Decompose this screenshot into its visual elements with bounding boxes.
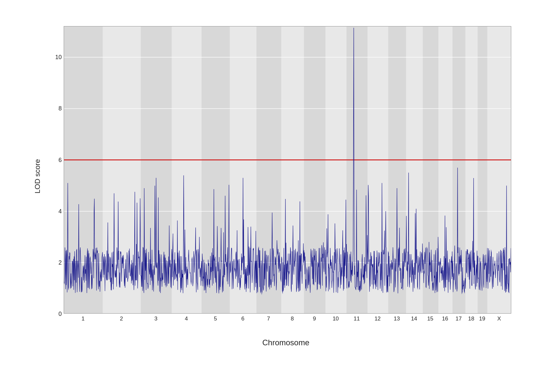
chrom-label-10: 10 — [333, 316, 339, 322]
chrom-label-12: 12 — [374, 316, 381, 322]
chart-container: LOD score 0246810 1234567891011121314151… — [16, 16, 523, 376]
chrom-label-8: 8 — [291, 316, 294, 322]
chrom-label-19: 19 — [479, 316, 485, 322]
y-axis-labels: 0246810 — [47, 26, 63, 314]
x-axis-label: Chromosome — [262, 338, 309, 347]
chrom-label-4: 4 — [185, 316, 188, 322]
plot-area — [64, 26, 511, 314]
y-axis-label: LOD score — [33, 159, 42, 193]
chrom-label-1: 1 — [82, 316, 85, 322]
y-tick-10: 10 — [55, 54, 62, 61]
y-tick-4: 4 — [58, 208, 62, 215]
chrom-label-15: 15 — [427, 316, 433, 322]
x-axis-labels: 12345678910111213141516171819X — [64, 316, 511, 325]
y-tick-6: 6 — [58, 157, 62, 164]
chrom-label-18: 18 — [468, 316, 474, 322]
chrom-label-13: 13 — [394, 316, 400, 322]
y-tick-0: 0 — [58, 311, 62, 318]
chrom-label-9: 9 — [313, 316, 316, 322]
chrom-label-X: X — [497, 316, 501, 322]
y-tick-8: 8 — [58, 105, 62, 112]
chrom-label-3: 3 — [155, 316, 157, 322]
chrom-label-5: 5 — [214, 316, 217, 322]
chrom-label-7: 7 — [267, 316, 270, 322]
chrom-label-6: 6 — [241, 316, 244, 322]
chrom-label-17: 17 — [456, 316, 462, 322]
chrom-label-11: 11 — [354, 316, 360, 322]
chrom-label-14: 14 — [411, 316, 417, 322]
y-tick-2: 2 — [58, 259, 62, 266]
chrom-label-2: 2 — [120, 316, 123, 322]
chrom-label-16: 16 — [442, 316, 448, 322]
